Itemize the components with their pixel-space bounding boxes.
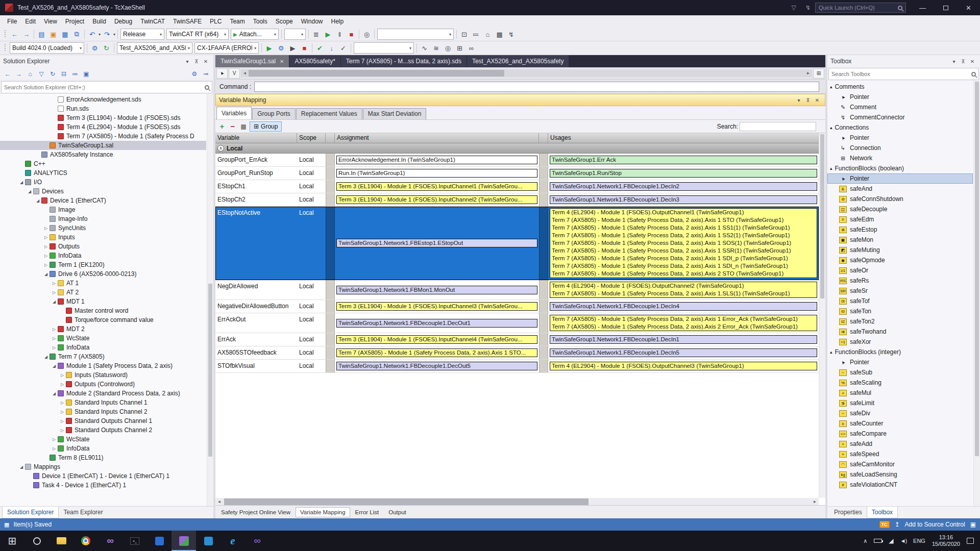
tree-item[interactable]: C++ <box>0 159 206 168</box>
twincat-status-icon[interactable]: TC <box>879 521 890 528</box>
assignment-cell[interactable]: Term 3 (EL1904) - Module 1 (FSOES).Input… <box>335 193 539 206</box>
assignment-browse-button[interactable] <box>326 193 335 206</box>
toolbox-item-safesr[interactable]: SRsafeSr <box>827 286 973 296</box>
mapping-row-estopnotactive[interactable]: EStopNotActiveLocalTwinSafeGroup1.Networ… <box>215 207 819 280</box>
tree-item[interactable]: ◢Devices <box>0 187 206 196</box>
properties-icon[interactable]: ≔ <box>470 29 482 40</box>
tree-item[interactable]: ▷AT 1 <box>0 279 206 288</box>
toolbox-item-commentconnector[interactable]: ↯CommentConnector <box>827 112 973 122</box>
toolbox-section-functionblocks-boolean[interactable]: ▴FunctionBlocks (boolean) <box>827 163 973 173</box>
se-filter-icon[interactable]: ▽ <box>36 68 47 80</box>
usages-box[interactable]: Term 4 (EL2904) - Module 1 (FSOES).Outpu… <box>550 282 817 298</box>
tree-expander-icon[interactable]: ▷ <box>51 290 57 295</box>
taskbar-app-chrome[interactable] <box>74 531 98 551</box>
toolbox-item-pointer[interactable]: Pointer <box>827 133 973 143</box>
pin-icon[interactable]: ⊼ <box>959 59 968 64</box>
assignment-browse-button[interactable] <box>326 280 335 299</box>
tree-expander-icon[interactable]: ▷ <box>51 327 57 332</box>
tree-item[interactable]: ANALYTICS <box>0 168 206 178</box>
menu-twincat[interactable]: TwinCAT <box>136 15 169 28</box>
new-file-icon[interactable]: ▤ <box>36 29 47 40</box>
tree-item[interactable]: Image <box>0 205 206 214</box>
lock-icon[interactable]: ▣ <box>970 521 976 528</box>
menu-scope[interactable]: Scope <box>272 15 297 28</box>
column-header-scope[interactable]: Scope <box>297 133 326 143</box>
tree-expander-icon[interactable]: ▷ <box>43 244 49 249</box>
scrollbar-thumb[interactable] <box>975 82 979 456</box>
tree-item[interactable]: Master control word <box>0 306 206 315</box>
open-file-icon[interactable]: ▣ <box>47 29 59 40</box>
chevron-down-icon[interactable]: ▾ <box>949 59 959 64</box>
tree-item[interactable]: ▷Standard Outputs Channel 1 <box>0 416 206 425</box>
tree-expander-icon[interactable]: ▷ <box>51 281 57 286</box>
tc-gear-icon[interactable]: ⚙ <box>89 42 101 54</box>
tree-item[interactable]: ▷Inputs (Statusword) <box>0 370 206 380</box>
se-toggle-icon[interactable]: ⊸ <box>200 68 211 80</box>
assignment-browse-button[interactable] <box>326 333 335 346</box>
scroll-right-icon[interactable]: ► <box>811 499 819 504</box>
taskbar-app-twincat-file[interactable] <box>147 531 172 551</box>
editor-horizontal-scrollbar[interactable]: ◄ ► <box>241 69 812 77</box>
toolbox-section-functionblocks-integer[interactable]: ▴FunctionBlocks (integer) <box>827 347 973 357</box>
clock[interactable]: 13:16 15/05/2020 <box>932 534 960 547</box>
tree-item[interactable]: ▷InfoData <box>0 444 206 453</box>
assignment-cell[interactable]: TwinSafeGroup1.Network1.FBDecouple1.DecO… <box>335 360 539 372</box>
usages-cell[interactable]: TwinSafeGroup1.Network1.FBDecouple1.DecI… <box>548 193 819 206</box>
tree-expander-icon[interactable]: ◢ <box>51 391 57 396</box>
toolbox-item-safemuting[interactable]: ◩safeMuting <box>827 245 973 255</box>
assignment-cell[interactable]: Term 3 (EL1904) - Module 1 (FSOES).Input… <box>335 180 539 193</box>
grid2-icon[interactable]: ⊞ <box>454 42 465 54</box>
tree-item[interactable]: Device 1 (EtherCAT) 1 - Device 1 (EtherC… <box>0 471 206 481</box>
usages-browse-button[interactable] <box>539 300 548 313</box>
toolbox-item-safeor[interactable]: ≥1safeOr <box>827 265 973 276</box>
hidden-icons-caret[interactable]: ∧ <box>863 538 867 544</box>
se-forward-icon[interactable]: → <box>13 68 24 80</box>
maximize-button[interactable] <box>934 0 957 15</box>
toolbox-item-safexor[interactable]: =1safeXor <box>827 337 973 347</box>
toolbox-item-safedecouple[interactable]: ◫safeDecouple <box>827 204 973 214</box>
close-icon[interactable]: ✕ <box>813 97 822 103</box>
assignment-browse-button[interactable] <box>326 167 335 180</box>
assignment-cell[interactable]: ErrorAcknowledgement.In (TwinSafeGroup1) <box>335 154 539 166</box>
assignment-browse-button[interactable] <box>326 180 335 193</box>
tree-item[interactable]: ▷Standard Outputs Channel 2 <box>0 425 206 435</box>
usages-cell[interactable]: Term 4 (EL2904) - Module 1 (FSOES).Outpu… <box>548 280 819 299</box>
toolbox-item-safelimit[interactable]: ≶safeLimit <box>827 398 973 408</box>
se-wrench-icon[interactable]: ⚙ <box>189 68 200 80</box>
tree-item[interactable]: ◢Drive 6 (AX5206-0000-0213) <box>0 269 206 279</box>
scroll-left-icon[interactable]: ◄ <box>215 499 223 504</box>
usages-box[interactable]: TwinSafeGroup1.Network1.FBDecouple1.DecI… <box>550 335 817 344</box>
dropdown-caret-icon[interactable]: ▾ <box>99 32 101 37</box>
tree-item[interactable]: ◢Module 1 (Safety Process Data, 2 axis) <box>0 361 206 370</box>
safety-verify-icon[interactable]: ✓ <box>337 42 349 54</box>
toolbox-item-safescaling[interactable]: %safeScaling <box>827 378 973 388</box>
assignment-box[interactable]: TwinSafeGroup1.Network1.FBEstop1.EStopOu… <box>336 239 537 247</box>
tree-expander-icon[interactable]: ◢ <box>43 272 49 277</box>
tree-item[interactable]: Term 4 (EL2904) - Module 1 (FSOES).sds <box>0 122 206 132</box>
toolbox-item-safecounter[interactable]: ±safeCounter <box>827 418 973 429</box>
toolbox-item-safeestop[interactable]: ⊗safeEstop <box>827 224 973 235</box>
tree-item[interactable]: ◢I/O <box>0 178 206 187</box>
stop-icon[interactable]: ■ <box>346 29 357 40</box>
remove-variable-button[interactable]: − <box>228 122 237 131</box>
tree-item[interactable]: ▷Inputs <box>0 233 206 242</box>
column-header-assignment[interactable]: Assignment <box>335 133 539 143</box>
assignment-box[interactable]: Term 3 (EL1904) - Module 1 (FSOES).Input… <box>336 182 537 191</box>
mapping-tab-max-start-deviation[interactable]: Max Start Deviation <box>363 108 427 119</box>
assignment-box[interactable]: Run.In (TwinSafeGroup1) <box>336 169 537 178</box>
tree-item[interactable]: TwinSafeGroup1.sal <box>0 141 206 150</box>
menu-edit[interactable]: Edit <box>21 15 40 28</box>
extensions-icon[interactable]: ▩ <box>494 29 505 40</box>
assignment-cell[interactable]: Term 7 (AX5805) - Module 1 (Safety Proce… <box>335 346 539 359</box>
usages-box[interactable]: TwinSafeGroup1.Network1.FBDecouple1.DecI… <box>550 195 817 204</box>
tree-item[interactable]: Image-Info <box>0 214 206 223</box>
tree-item[interactable]: ▷WcState <box>0 334 206 343</box>
assignment-box[interactable]: Term 7 (AX5805) - Module 1 (Safety Proce… <box>336 348 537 357</box>
panel-tab-toolbox[interactable]: Toolbox <box>867 507 898 518</box>
mapping-row-groupport-runstop[interactable]: GroupPort_RunStopLocalRun.In (TwinSafeGr… <box>215 167 819 180</box>
assignment-cell[interactable]: Term 3 (EL1904) - Module 1 (FSOES).Input… <box>335 333 539 346</box>
dropdown-caret-icon[interactable]: ▾ <box>113 32 115 37</box>
chevron-down-icon[interactable]: ▾ <box>794 97 803 103</box>
tree-expander-icon[interactable]: ▷ <box>43 235 49 240</box>
taskbar-app-teams[interactable] <box>196 531 220 551</box>
